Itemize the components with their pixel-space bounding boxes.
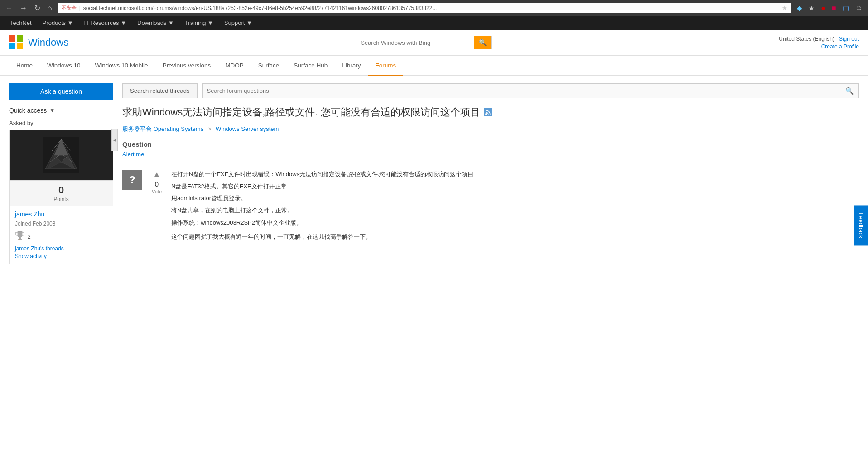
home-button[interactable]: ⌂ bbox=[46, 3, 54, 13]
user-avatar bbox=[10, 130, 113, 180]
windows-logo-icon bbox=[9, 35, 24, 50]
vote-up-button[interactable]: ▲ bbox=[153, 170, 161, 179]
browser-icons: ◆ ★ ● ■ ▢ ☺ bbox=[795, 3, 864, 13]
quick-access-arrow-icon: ▼ bbox=[49, 107, 55, 114]
post-container: ? ▲ 0 Vote 在打开N盘的一个EXE文件时出现错误：Windows无法访… bbox=[122, 165, 859, 245]
badge-count: 2 bbox=[28, 234, 31, 240]
collapse-icon: ◄ bbox=[112, 138, 117, 143]
nav-previous-versions[interactable]: Previous versions bbox=[155, 56, 218, 75]
question-mark-icon: ? bbox=[122, 170, 142, 190]
nav-surface-hub[interactable]: Surface Hub bbox=[286, 56, 335, 75]
content-area: Search related threads 🔍 求助Windows无法访问指定… bbox=[122, 83, 859, 341]
user-threads-link[interactable]: james Zhu's threads bbox=[15, 245, 107, 252]
locale-label: United States (English) bbox=[779, 36, 834, 42]
logo-area: Windows bbox=[9, 35, 68, 50]
user-badge: 2 bbox=[15, 230, 107, 243]
extension2-icon[interactable]: ■ bbox=[830, 3, 838, 13]
forum-search-input-wrap[interactable]: 🔍 bbox=[202, 83, 859, 98]
sign-out-link[interactable]: Sign out bbox=[839, 36, 859, 42]
user-points-area: 0 Points bbox=[10, 180, 113, 206]
user-links: james Zhu's threads Show activity bbox=[15, 245, 107, 259]
topnav-training[interactable]: Training ▼ bbox=[179, 16, 219, 30]
user-activity-link[interactable]: Show activity bbox=[15, 253, 107, 259]
topnav-downloads[interactable]: Downloads ▼ bbox=[132, 16, 179, 30]
rss-icon[interactable] bbox=[484, 108, 492, 116]
topnav-technet[interactable]: TechNet bbox=[5, 16, 37, 30]
svg-rect-2 bbox=[9, 43, 15, 49]
alert-me-link[interactable]: Alert me bbox=[122, 151, 859, 158]
sidebar: Ask a question Quick access ▼ Asked by: bbox=[9, 83, 113, 264]
points-label: Points bbox=[15, 196, 107, 202]
site-title: Windows bbox=[28, 37, 68, 48]
post-line1: 在打开N盘的一个EXE文件时出现错误：Windows无法访问指定设备,路径或文件… bbox=[171, 170, 859, 179]
user-card: 0 Points james Zhu Joined Feb 2008 bbox=[9, 130, 113, 264]
topnav-it-resources[interactable]: IT Resources ▼ bbox=[79, 16, 132, 30]
profile-icon[interactable]: ☺ bbox=[854, 3, 864, 13]
header-search-box[interactable]: 🔍 bbox=[356, 36, 492, 49]
nav-library[interactable]: Library bbox=[335, 56, 368, 75]
ask-question-button[interactable]: Ask a question bbox=[9, 83, 113, 100]
quick-access-dropdown[interactable]: Quick access ▼ bbox=[9, 107, 113, 114]
topnav-support[interactable]: Support ▼ bbox=[219, 16, 258, 30]
search-icon: 🔍 bbox=[479, 39, 487, 46]
quick-access-label: Quick access bbox=[9, 107, 47, 114]
feedback-tab[interactable]: Feedback bbox=[854, 205, 868, 245]
forward-button[interactable]: → bbox=[18, 3, 29, 13]
header-search-input[interactable] bbox=[356, 37, 474, 49]
svg-point-17 bbox=[485, 113, 487, 115]
svg-rect-1 bbox=[17, 35, 23, 42]
topnav-products[interactable]: Products ▼ bbox=[37, 16, 79, 30]
sidebar-collapse-button[interactable]: ◄ bbox=[111, 129, 118, 151]
site-header: Windows 🔍 United States (English) Sign o… bbox=[0, 30, 868, 56]
asked-by-label: Asked by: bbox=[9, 120, 113, 126]
top-navigation: TechNet Products ▼ IT Resources ▼ Downlo… bbox=[0, 16, 868, 30]
post-line4: 将N盘共享，在别的电脑上打这个文件，正常。 bbox=[171, 206, 859, 216]
forum-search-submit-button[interactable]: 🔍 bbox=[841, 84, 858, 98]
extension1-icon[interactable]: ● bbox=[819, 3, 827, 13]
sidebar-wrapper: Ask a question Quick access ▼ Asked by: bbox=[9, 83, 113, 341]
svg-rect-0 bbox=[9, 35, 15, 42]
extension3-icon[interactable]: ▢ bbox=[841, 3, 851, 13]
extensions-icon[interactable]: ◆ bbox=[795, 3, 804, 13]
breadcrumb-separator: > bbox=[208, 125, 212, 132]
refresh-button[interactable]: ↻ bbox=[33, 3, 42, 13]
nav-windows10[interactable]: Windows 10 bbox=[40, 56, 88, 75]
user-joined: Joined Feb 2008 bbox=[15, 221, 107, 227]
secondary-navigation: Home Windows 10 Windows 10 Mobile Previo… bbox=[0, 56, 868, 76]
nav-home[interactable]: Home bbox=[9, 56, 40, 75]
nav-forums[interactable]: Forums bbox=[368, 56, 404, 76]
breadcrumb-root-link[interactable]: 服务器平台 Operating Systems bbox=[122, 125, 203, 132]
user-name-link[interactable]: james Zhu bbox=[15, 211, 107, 218]
address-bar[interactable]: 不安全 | social.technet.microsoft.com/Forum… bbox=[58, 3, 792, 13]
breadcrumb-child-link[interactable]: Windows Server system bbox=[216, 125, 279, 132]
breadcrumb: 服务器平台 Operating Systems > Windows Server… bbox=[122, 125, 859, 133]
post-content: 在打开N盘的一个EXE文件时出现错误：Windows无法访问指定设备,路径或文件… bbox=[171, 170, 859, 245]
forum-search-icon: 🔍 bbox=[845, 87, 854, 95]
nav-surface[interactable]: Surface bbox=[251, 56, 287, 75]
back-button[interactable]: ← bbox=[4, 3, 14, 13]
badge-icon bbox=[15, 230, 25, 243]
vote-count: 0 bbox=[155, 180, 159, 188]
vote-label: Vote bbox=[152, 189, 162, 194]
svg-rect-3 bbox=[17, 43, 23, 49]
header-search-button[interactable]: 🔍 bbox=[474, 36, 491, 49]
forum-search-bar: Search related threads 🔍 bbox=[122, 83, 859, 98]
search-related-button[interactable]: Search related threads bbox=[122, 83, 198, 98]
avatar-image bbox=[43, 137, 79, 173]
create-profile-link[interactable]: Create a Profile bbox=[821, 43, 859, 50]
post-line2: N盘是FAT32格式。其它的EXE文件打开正常 bbox=[171, 182, 859, 192]
post-text: 在打开N盘的一个EXE文件时出现错误：Windows无法访问指定设备,路径或文件… bbox=[171, 170, 859, 242]
nav-mdop[interactable]: MDOP bbox=[218, 56, 251, 75]
user-info: james Zhu Joined Feb 2008 bbox=[10, 206, 113, 264]
main-container: Ask a question Quick access ▼ Asked by: bbox=[0, 76, 868, 348]
svg-rect-13 bbox=[19, 238, 21, 239]
forum-search-input[interactable] bbox=[203, 84, 841, 98]
bookmark-icon[interactable]: ★ bbox=[807, 4, 816, 13]
question-meta: Question Alert me bbox=[122, 140, 859, 158]
vote-area: ▲ 0 Vote bbox=[149, 170, 165, 245]
browser-chrome: ← → ↻ ⌂ 不安全 | social.technet.microsoft.c… bbox=[0, 0, 868, 16]
nav-windows10-mobile[interactable]: Windows 10 Mobile bbox=[88, 56, 155, 75]
question-title: 求助Windows无法访问指定设备,路径或文件. 您可能没有合适的权限访问这个项… bbox=[122, 106, 859, 120]
feedback-label: Feedback bbox=[858, 212, 864, 238]
question-section-label: Question bbox=[122, 140, 859, 148]
